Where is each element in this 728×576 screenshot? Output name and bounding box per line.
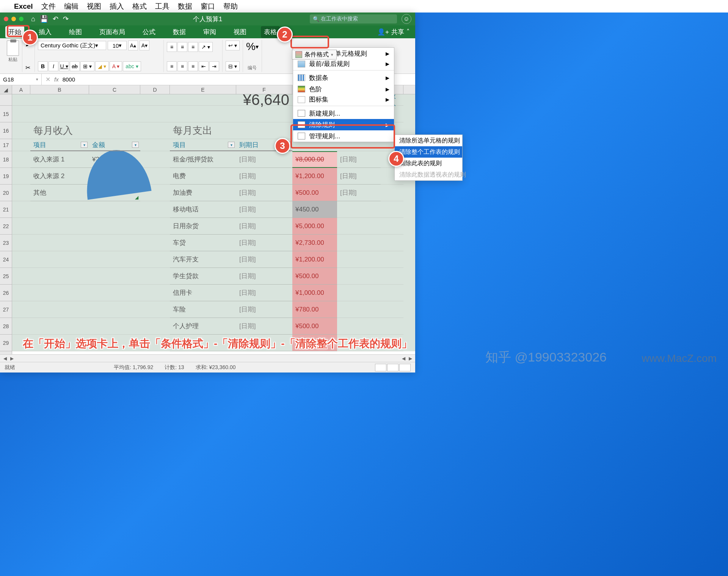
macos-menubar: Excel 文件 编辑 视图 插入 格式 工具 数据 窗口 帮助 xyxy=(0,0,728,13)
callout-2: 2 xyxy=(277,27,293,42)
menu-file[interactable]: 文件 xyxy=(41,2,56,11)
font-size-select[interactable]: 10 ▾ xyxy=(108,41,127,50)
fx-icon[interactable]: fx xyxy=(54,76,59,83)
menu-edit[interactable]: 编辑 xyxy=(64,2,78,11)
icon-sets-icon xyxy=(298,96,305,103)
wrap-button[interactable]: ↩ ▾ xyxy=(226,41,240,50)
select-all-corner[interactable]: ◢ xyxy=(0,85,12,94)
strike-button[interactable]: ab xyxy=(70,61,80,71)
horizontal-scrollbar[interactable]: ◀ ▶ ◀ ▶ xyxy=(0,354,415,362)
share-button[interactable]: 👤+ 共享 ˄ xyxy=(377,28,410,36)
expense-section-title: 每月支出 xyxy=(173,124,212,137)
selected-cell[interactable]: ¥8,000.00 xyxy=(292,151,337,168)
font-select[interactable]: Century Gothic (正文) ▾ xyxy=(38,41,106,50)
conditional-format-icon xyxy=(295,51,302,58)
new-rule-icon xyxy=(298,110,305,117)
shrink-font-button[interactable]: A▾ xyxy=(140,41,149,50)
redo-icon[interactable]: ↷ xyxy=(63,15,69,23)
clear-rules-submenu: 清除所选单元格的规则 清除整个工作表的规则 清除此表的规则 清除此数据透视表的规… xyxy=(394,135,463,181)
align-top-button[interactable]: ≡ xyxy=(167,42,177,52)
submenu-clear-sheet[interactable]: 清除整个工作表的规则 xyxy=(395,146,462,158)
indent-dec-button[interactable]: ⇤ xyxy=(199,61,209,71)
close-button[interactable] xyxy=(4,17,8,21)
tab-insert[interactable]: 插入 xyxy=(36,26,55,38)
ribbon-tabs: 开始 插入 绘图 页面布局 公式 数据 审阅 视图 表格 👤+ 共享 ˄ xyxy=(0,25,415,38)
orientation-button[interactable]: ↗ ▾ xyxy=(199,42,213,52)
name-box[interactable]: G18 xyxy=(0,74,42,85)
menu-color-scales[interactable]: 色阶▶ xyxy=(293,83,394,95)
page-layout-button[interactable] xyxy=(387,364,399,371)
border-button[interactable]: ⊞ ▾ xyxy=(80,61,94,71)
callout-3: 3 xyxy=(275,138,290,154)
undo-icon[interactable]: ↶ xyxy=(53,15,58,23)
watermark-macz: www.MacZ.com xyxy=(642,352,717,365)
home-icon[interactable]: ⌂ xyxy=(31,15,35,23)
align-left-button[interactable]: ≡ xyxy=(167,61,177,71)
bold-button[interactable]: B xyxy=(38,61,48,71)
search-icon: 🔍 xyxy=(313,16,319,22)
income-section-title: 每月收入 xyxy=(33,124,73,137)
user-button[interactable]: ☺ xyxy=(402,14,411,24)
income-header-item[interactable]: 项目▾ xyxy=(30,139,89,151)
format-painter-icon[interactable]: ✂ xyxy=(25,64,30,71)
grow-font-button[interactable]: A▴ xyxy=(128,41,138,50)
minimize-button[interactable] xyxy=(11,17,16,21)
submenu-clear-selection[interactable]: 清除所选单元格的规则 xyxy=(395,135,462,146)
status-bar: 就绪 平均值: 1,796.92 计数: 13 求和: ¥23,360.00 xyxy=(0,362,415,373)
scroll-right-icon: ▶ xyxy=(407,355,414,362)
percent-icon[interactable]: % xyxy=(246,41,256,53)
tab-layout[interactable]: 页面布局 xyxy=(96,26,128,38)
menu-help[interactable]: 帮助 xyxy=(223,2,238,11)
phonetic-button[interactable]: abc ▾ xyxy=(123,61,141,71)
expense-header-item[interactable]: 项目▾ xyxy=(170,139,236,151)
align-bot-button[interactable]: ≡ xyxy=(188,42,198,52)
menu-data[interactable]: 数据 xyxy=(178,2,192,11)
tab-formulas[interactable]: 公式 xyxy=(140,26,158,38)
titlebar: ⌂ 💾 ↶ ↷ 个人预算1 🔍 在工作表中搜索 ☺ xyxy=(0,13,415,25)
menu-insert[interactable]: 插入 xyxy=(110,2,124,11)
search-input[interactable]: 🔍 在工作表中搜索 xyxy=(310,14,397,23)
row-headers: ◢ 15 16 17 18 19 20 21 22 23 24 25 26 27… xyxy=(0,85,12,354)
fx-cancel-icon[interactable]: ✕ xyxy=(46,76,50,83)
income-header-amount[interactable]: 金额▾ xyxy=(89,139,140,151)
maximize-button[interactable] xyxy=(19,17,24,21)
watermark-zhihu: 知乎 @19903323026 xyxy=(485,349,607,366)
indent-inc-button[interactable]: ⇥ xyxy=(209,61,219,71)
menu-data-bars[interactable]: 数据条▶ xyxy=(293,72,394,83)
normal-view-button[interactable] xyxy=(375,364,386,371)
font-color-button[interactable]: A ▾ xyxy=(110,61,122,71)
menu-format[interactable]: 格式 xyxy=(132,2,147,11)
page-break-button[interactable] xyxy=(399,364,411,371)
tab-data[interactable]: 数据 xyxy=(170,26,189,38)
italic-button[interactable]: I xyxy=(49,61,58,71)
save-icon[interactable]: 💾 xyxy=(40,15,48,23)
menu-top-bottom-rules[interactable]: 最前/最后规则▶ xyxy=(293,59,394,70)
align-right-button[interactable]: ≡ xyxy=(188,61,198,71)
data-bars-icon xyxy=(298,74,305,81)
filter-icon: ▾ xyxy=(81,142,88,148)
tab-draw[interactable]: 绘图 xyxy=(66,26,85,38)
menu-tools[interactable]: 工具 xyxy=(155,2,169,11)
callout-1: 1 xyxy=(22,30,38,45)
color-scales-icon xyxy=(298,86,305,92)
fill-color-button[interactable]: ◢ ▾ xyxy=(95,61,109,71)
tab-review[interactable]: 审阅 xyxy=(200,26,219,38)
menu-new-rule[interactable]: 新建规则... xyxy=(293,108,394,119)
app-name[interactable]: Excel xyxy=(14,2,33,11)
conditional-format-button[interactable]: 条件格式 xyxy=(292,50,337,59)
underline-button[interactable]: U ▾ xyxy=(59,61,69,71)
callout-4: 4 xyxy=(388,151,404,167)
align-center-button[interactable]: ≡ xyxy=(177,61,187,71)
menu-icon-sets[interactable]: 图标集▶ xyxy=(293,95,394,106)
submenu-clear-table[interactable]: 清除此表的规则 xyxy=(395,158,462,169)
status-sum: 求和: ¥23,360.00 xyxy=(196,364,236,371)
paste-button[interactable]: 粘贴 xyxy=(7,41,19,63)
menu-window[interactable]: 窗口 xyxy=(201,2,215,11)
callout-box-3 xyxy=(290,124,395,149)
tab-view[interactable]: 视图 xyxy=(231,26,249,38)
merge-button[interactable]: ⊟ ▾ xyxy=(226,61,240,71)
menu-view[interactable]: 视图 xyxy=(87,2,101,11)
scroll-left-icon: ◀ xyxy=(2,355,8,362)
formula-value[interactable]: 8000 xyxy=(63,76,75,83)
align-mid-button[interactable]: ≡ xyxy=(177,42,187,52)
